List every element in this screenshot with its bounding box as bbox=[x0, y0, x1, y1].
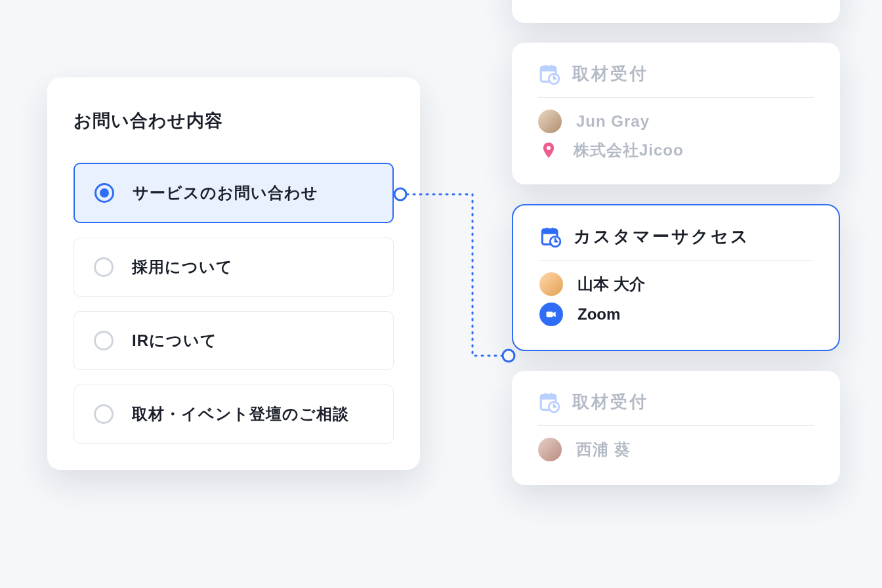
svg-rect-11 bbox=[551, 227, 553, 231]
event-person: Jun Gray bbox=[576, 112, 650, 131]
location-pin-icon bbox=[538, 140, 559, 161]
svg-point-7 bbox=[547, 146, 551, 150]
event-card-interview-2[interactable]: 取材受付 西浦 葵 bbox=[512, 371, 840, 485]
avatar bbox=[538, 110, 562, 133]
zoom-icon bbox=[539, 303, 563, 326]
svg-rect-4 bbox=[545, 64, 547, 68]
calendar-clock-icon bbox=[538, 63, 560, 85]
svg-rect-16 bbox=[545, 392, 547, 396]
avatar bbox=[539, 272, 563, 296]
inquiry-option-label: IRについて bbox=[132, 330, 217, 351]
svg-rect-5 bbox=[550, 64, 552, 68]
svg-rect-10 bbox=[546, 227, 548, 231]
event-title: 取材受付 bbox=[572, 62, 648, 85]
inquiry-option-recruit[interactable]: 採用について bbox=[74, 238, 394, 297]
svg-rect-9 bbox=[542, 229, 557, 234]
inquiry-option-service[interactable]: サービスのお問い合わせ bbox=[74, 163, 394, 223]
event-card-tel[interactable]: Tel bbox=[512, 0, 840, 23]
event-title: カスタマーサクセス bbox=[574, 225, 750, 248]
radio-icon bbox=[94, 257, 114, 277]
inquiry-option-label: 取材・イベント登壇のご相談 bbox=[132, 404, 349, 425]
radio-icon bbox=[94, 404, 114, 424]
event-person: 西浦 葵 bbox=[576, 439, 631, 460]
event-title: 取材受付 bbox=[572, 390, 648, 413]
event-list: Tel 取材受付 Jun Gray bbox=[512, 0, 840, 505]
radio-icon bbox=[94, 331, 114, 350]
inquiry-option-press[interactable]: 取材・イベント登壇のご相談 bbox=[74, 385, 394, 444]
inquiry-option-label: サービスのお問い合わせ bbox=[133, 182, 318, 203]
inquiry-card: お問い合わせ内容 サービスのお問い合わせ 採用について IRについて 取材・イベ… bbox=[47, 77, 420, 470]
svg-rect-15 bbox=[541, 394, 556, 399]
phone-icon bbox=[538, 0, 559, 3]
radio-icon bbox=[94, 183, 114, 203]
tel-label: Tel bbox=[574, 0, 601, 1]
inquiry-title: お問い合わせ内容 bbox=[74, 109, 394, 133]
svg-rect-13 bbox=[547, 312, 553, 317]
event-card-customer-success[interactable]: カスタマーサクセス 山本 大介 Zoom bbox=[512, 204, 840, 351]
calendar-clock-icon bbox=[538, 391, 560, 413]
divider bbox=[538, 97, 814, 98]
divider bbox=[539, 260, 812, 261]
inquiry-option-ir[interactable]: IRについて bbox=[74, 311, 394, 370]
avatar bbox=[538, 438, 562, 461]
inquiry-option-label: 採用について bbox=[132, 257, 233, 278]
divider bbox=[538, 425, 814, 426]
event-card-interview-1[interactable]: 取材受付 Jun Gray 株式会社Jicoo bbox=[512, 43, 840, 184]
event-person: 山本 大介 bbox=[578, 274, 645, 295]
event-meta: Zoom bbox=[578, 305, 620, 324]
calendar-clock-icon bbox=[539, 226, 562, 248]
event-meta: 株式会社Jicoo bbox=[574, 140, 684, 161]
svg-rect-3 bbox=[541, 66, 556, 71]
svg-rect-17 bbox=[550, 392, 552, 396]
